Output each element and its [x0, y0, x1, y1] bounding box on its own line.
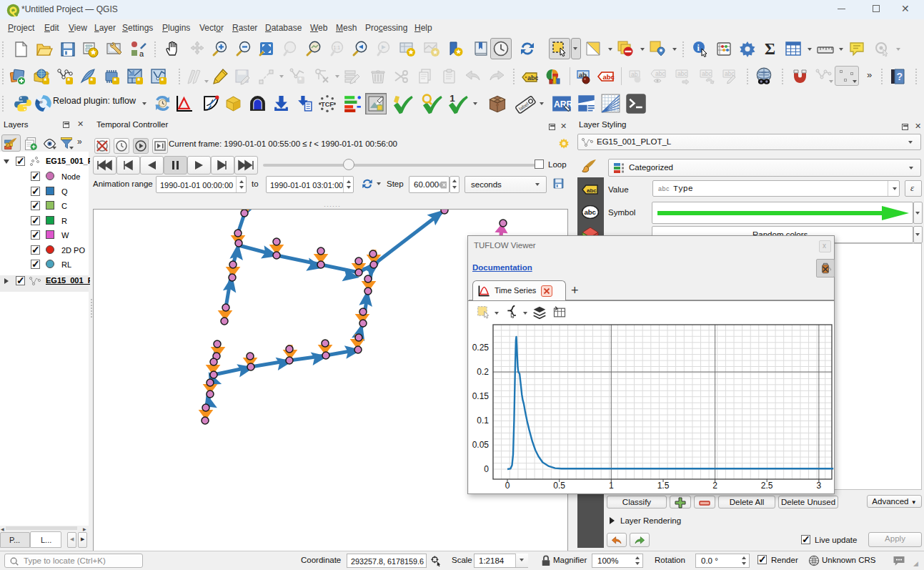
svg-text:*: * — [299, 76, 302, 84]
svg-text:*: * — [67, 77, 71, 85]
svg-text:0.15: 0.15 — [472, 391, 490, 401]
svg-text:0.05: 0.05 — [472, 440, 490, 450]
svg-text:*: * — [44, 77, 47, 85]
svg-text:abc: abc — [655, 70, 665, 77]
svg-text:*: * — [161, 77, 164, 85]
svg-text:Σ: Σ — [765, 40, 775, 56]
svg-text:1.5: 1.5 — [657, 481, 670, 491]
svg-text:0.25: 0.25 — [472, 343, 490, 353]
svg-text:2: 2 — [712, 481, 717, 491]
svg-text:a: a — [139, 49, 144, 58]
svg-text:1: 1 — [609, 481, 614, 491]
svg-text:1: 1 — [449, 93, 455, 104]
svg-text:TCF: TCF — [321, 101, 334, 108]
svg-text:TUF: TUF — [36, 100, 43, 104]
svg-text:*: * — [90, 77, 94, 85]
svg-text:0.1: 0.1 — [477, 416, 489, 426]
svg-text:0: 0 — [505, 481, 510, 491]
svg-text:abc: abc — [677, 70, 687, 77]
svg-text:0.2: 0.2 — [477, 367, 489, 377]
svg-text:*: * — [114, 77, 117, 85]
svg-text:*: * — [137, 77, 141, 85]
svg-text:abc: abc — [585, 208, 596, 216]
svg-text:2.5: 2.5 — [761, 481, 773, 491]
svg-text:abc: abc — [702, 70, 712, 77]
svg-text:abc: abc — [527, 74, 538, 82]
svg-text:0: 0 — [484, 464, 489, 474]
svg-text:1:1: 1:1 — [334, 45, 341, 50]
svg-text:?: ? — [897, 71, 903, 82]
svg-text:abc: abc — [587, 187, 597, 194]
svg-text:abc: abc — [603, 73, 615, 81]
svg-text:3: 3 — [817, 481, 822, 491]
svg-text:0.5: 0.5 — [553, 481, 565, 491]
